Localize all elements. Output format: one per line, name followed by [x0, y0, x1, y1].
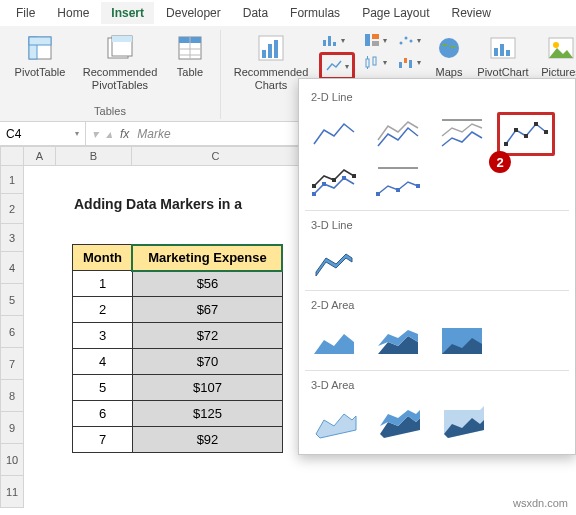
svg-rect-45 — [544, 130, 548, 134]
annotation-badge-2: 2 — [489, 151, 511, 173]
row-1[interactable]: 1 — [0, 166, 24, 194]
svg-rect-5 — [112, 36, 132, 42]
pivottable-icon — [24, 32, 56, 64]
svg-rect-54 — [416, 184, 420, 188]
line-chart-dropdown: 2-D Line 2 3-D Line 2-D Area 3-D Area — [298, 78, 576, 455]
row-5[interactable]: 5 — [0, 284, 24, 316]
col-B[interactable]: B — [56, 146, 132, 166]
section-3d-area: 3-D Area — [305, 375, 569, 398]
svg-rect-21 — [372, 41, 379, 46]
svg-rect-2 — [29, 37, 51, 45]
section-2d-line: 2-D Line — [305, 87, 569, 110]
chart-opt-stacked-area[interactable] — [369, 320, 427, 364]
table-row: 1$56 — [73, 271, 283, 297]
chart-opt-100stacked-line[interactable] — [433, 112, 491, 156]
formula-input[interactable]: Marke — [137, 127, 170, 141]
table-row: 5$107 — [73, 375, 283, 401]
row-2[interactable]: 2 — [0, 194, 24, 224]
row-9[interactable]: 9 — [0, 412, 24, 444]
statistic-icon — [363, 54, 381, 70]
recommended-pivottables-icon — [104, 32, 136, 64]
svg-rect-16 — [328, 36, 331, 46]
svg-rect-53 — [396, 188, 400, 192]
section-2d-area: 2-D Area — [305, 295, 569, 318]
svg-rect-44 — [534, 122, 538, 126]
tab-formulas[interactable]: Formulas — [280, 2, 350, 24]
chart-opt-100stacked-line-markers[interactable] — [369, 160, 427, 204]
sheet-title: Adding Data Markers in a — [74, 196, 242, 212]
table-icon — [174, 32, 206, 64]
chart-opt-line-markers[interactable] — [497, 112, 555, 156]
svg-rect-17 — [333, 42, 336, 46]
chart-opt-stacked-line-markers[interactable] — [305, 160, 363, 204]
maps-button[interactable]: Maps — [429, 30, 469, 81]
fx-increase-icon[interactable]: ▴ — [106, 127, 112, 141]
recommended-charts-icon — [255, 32, 287, 64]
section-3d-line: 3-D Line — [305, 215, 569, 238]
svg-rect-22 — [366, 59, 369, 67]
chart-opt-3d-100stacked-area[interactable] — [433, 400, 491, 444]
tab-pagelayout[interactable]: Page Layout — [352, 2, 439, 24]
fx-decrease-icon[interactable]: ▾ — [92, 127, 98, 141]
tab-home[interactable]: Home — [47, 2, 99, 24]
data-table: Month Marketing Expense 1$56 2$67 3$72 4… — [72, 244, 283, 453]
line-chart-icon — [325, 58, 343, 74]
table-button[interactable]: Table — [168, 30, 212, 81]
statistic-chart-button[interactable]: ▾ — [361, 52, 389, 72]
chart-opt-100stacked-area[interactable] — [433, 320, 491, 364]
name-box[interactable]: C4▾ — [0, 122, 86, 145]
svg-rect-31 — [399, 62, 402, 68]
row-3[interactable]: 3 — [0, 224, 24, 252]
col-C[interactable]: C — [132, 146, 300, 166]
row-6[interactable]: 6 — [0, 316, 24, 348]
chart-opt-3d-line[interactable] — [305, 240, 363, 284]
tab-developer[interactable]: Developer — [156, 2, 231, 24]
fx-icon[interactable]: fx — [120, 127, 129, 141]
svg-rect-41 — [504, 142, 508, 146]
chart-opt-stacked-line[interactable] — [369, 112, 427, 156]
row-11[interactable]: 11 — [0, 476, 24, 508]
row-7[interactable]: 7 — [0, 348, 24, 380]
pictures-button[interactable]: Pictures — [537, 30, 576, 81]
svg-rect-32 — [404, 58, 407, 63]
tab-insert[interactable]: Insert — [101, 2, 154, 24]
chart-opt-area[interactable] — [305, 320, 363, 364]
scatter-chart-button[interactable]: ▾ — [395, 30, 423, 50]
line-chart-button[interactable]: ▾ — [323, 56, 351, 76]
recommended-pivottables-button[interactable]: Recommended PivotTables — [78, 30, 162, 94]
row-4[interactable]: 4 — [0, 252, 24, 284]
group-tables: PivotTable Recommended PivotTables Table… — [0, 30, 221, 119]
svg-rect-19 — [365, 34, 370, 46]
tab-data[interactable]: Data — [233, 2, 278, 24]
column-chart-button[interactable]: ▾ — [319, 30, 355, 50]
svg-rect-38 — [506, 50, 510, 56]
svg-point-28 — [400, 42, 403, 45]
pivottable-button[interactable]: PivotTable — [8, 30, 72, 81]
select-all-corner[interactable] — [0, 146, 24, 166]
waterfall-chart-button[interactable]: ▾ — [395, 52, 423, 72]
chart-opt-line[interactable] — [305, 112, 363, 156]
header-month[interactable]: Month — [73, 245, 133, 271]
tab-review[interactable]: Review — [442, 2, 501, 24]
svg-rect-46 — [312, 192, 316, 196]
col-A[interactable]: A — [24, 146, 56, 166]
chart-opt-3d-stacked-area[interactable] — [369, 400, 427, 444]
chart-opt-3d-area[interactable] — [305, 400, 363, 444]
pivotchart-button[interactable]: PivotChart — [475, 30, 531, 81]
hierarchy-chart-button[interactable]: ▾ — [361, 30, 389, 50]
svg-point-40 — [553, 42, 559, 48]
table-row: 6$125 — [73, 401, 283, 427]
svg-rect-48 — [342, 176, 346, 180]
row-8[interactable]: 8 — [0, 380, 24, 412]
table-row: 7$92 — [73, 427, 283, 453]
svg-point-30 — [410, 40, 413, 43]
svg-rect-37 — [500, 44, 504, 56]
watermark: wsxdn.com — [513, 497, 568, 509]
scatter-icon — [397, 32, 415, 48]
row-10[interactable]: 10 — [0, 444, 24, 476]
tab-file[interactable]: File — [6, 2, 45, 24]
ribbon-tabs: File Home Insert Developer Data Formulas… — [0, 0, 576, 26]
header-expense[interactable]: Marketing Expense — [132, 245, 282, 271]
svg-rect-52 — [376, 192, 380, 196]
svg-rect-49 — [312, 184, 316, 188]
